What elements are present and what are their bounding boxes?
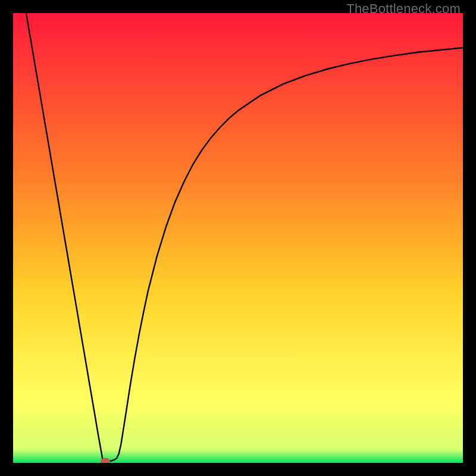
watermark-text: TheBottleneck.com	[346, 1, 461, 17]
bottleneck-chart	[13, 13, 463, 463]
chart-frame	[13, 13, 463, 463]
gradient-background	[13, 13, 463, 463]
